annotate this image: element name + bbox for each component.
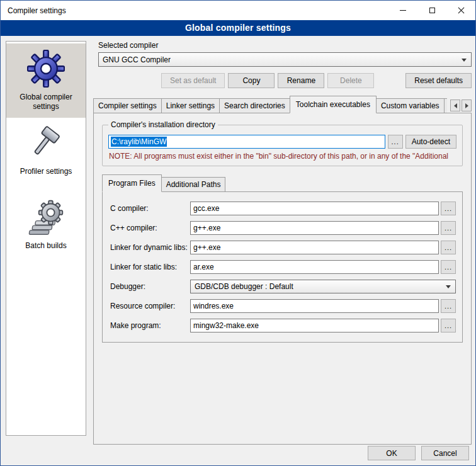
tab-linker-settings[interactable]: Linker settings (161, 98, 220, 113)
debugger-dropdown[interactable]: GDB/CDB debugger : Default (190, 280, 456, 293)
toolchain-executables-panel: Compiler's installation directory C:\ray… (93, 113, 472, 445)
resource-compiler-browse-button[interactable]: ... (441, 299, 456, 313)
triangle-left-icon (454, 103, 457, 108)
subtabs-row: Program FilesAdditional Paths (102, 174, 463, 192)
sidebar: Global compiler settingsProfiler setting… (6, 41, 86, 436)
titlebar: Compiler settings (1, 1, 475, 20)
main-panel: Selected compiler GNU GCC Compiler Set a… (93, 40, 472, 445)
tabs-row: Compiler settingsLinker settingsSearch d… (93, 96, 472, 113)
cpp-compiler-browse-button[interactable]: ... (441, 221, 456, 235)
c-compiler-browse-button[interactable]: ... (441, 202, 456, 215)
selected-compiler-dropdown[interactable]: GNU GCC Compiler (98, 52, 472, 67)
delete-button[interactable]: Delete (327, 73, 374, 88)
cancel-button[interactable]: Cancel (421, 446, 469, 460)
maximize-button[interactable] (417, 1, 446, 20)
auto-detect-button[interactable]: Auto-detect (405, 135, 456, 149)
footer: OK Cancel (368, 446, 469, 460)
row-c-compiler: C compiler:... (110, 202, 456, 215)
installation-directory-row: C:\raylib\MinGW ... Auto-detect (108, 135, 456, 149)
linker-for-dynamic-libs-input[interactable] (190, 241, 439, 254)
row-make-program: Make program:... (110, 319, 456, 332)
installation-directory-group-title: Compiler's installation directory (108, 120, 218, 129)
sub-tabs: Program FilesAdditional Paths (102, 174, 463, 192)
debugger-label: Debugger: (110, 282, 190, 291)
linker-for-dynamic-libs-browse-button[interactable]: ... (441, 241, 456, 254)
make-program-browse-button[interactable]: ... (441, 319, 456, 332)
tab-scroll-controls (450, 99, 472, 113)
minimize-button[interactable] (388, 1, 417, 20)
linker-for-static-libs-label: Linker for static libs: (110, 263, 190, 271)
tab-builc[interactable]: Builc (444, 98, 447, 113)
tab-compiler-settings[interactable]: Compiler settings (93, 98, 162, 113)
make-program-label: Make program: (110, 321, 190, 330)
row-linker-for-dynamic-libs: Linker for dynamic libs:... (110, 241, 456, 254)
blue-gear-icon (26, 49, 65, 88)
installation-directory-input[interactable]: C:\raylib\MinGW (108, 135, 385, 149)
linker-for-static-libs-input[interactable] (190, 260, 439, 274)
make-program-input[interactable] (190, 319, 439, 332)
resource-compiler-input[interactable] (190, 299, 439, 313)
sidebar-item-batch-builds[interactable]: Batch builds (6, 192, 86, 266)
installation-directory-group: Compiler's installation directory C:\ray… (102, 125, 463, 166)
rename-button[interactable]: Rename (278, 73, 324, 88)
copy-button[interactable]: Copy (228, 73, 275, 88)
resource-compiler-label: Resource compiler: (110, 302, 190, 310)
reset-defaults-button[interactable]: Reset defaults (405, 73, 472, 88)
row-cpp-compiler: C++ compiler:... (110, 221, 456, 235)
cpp-compiler-input[interactable] (190, 221, 439, 235)
row-resource-compiler: Resource compiler:... (110, 299, 456, 313)
sidebar-item-label: Batch builds (25, 241, 66, 251)
subtab-program-files[interactable]: Program Files (102, 174, 162, 192)
sidebar-item-profiler-settings[interactable]: Profiler settings (6, 118, 86, 192)
program-files-panel: C compiler:...C++ compiler:...Linker for… (102, 191, 463, 343)
set-as-default-button[interactable]: Set as default (161, 73, 225, 88)
dialog-header: Global compiler settings (1, 20, 475, 36)
chevron-down-icon (446, 285, 451, 288)
linker-for-static-libs-browse-button[interactable]: ... (441, 260, 456, 274)
close-button[interactable] (446, 1, 475, 20)
compiler-settings-window: Compiler settings Global compiler settin… (0, 0, 476, 466)
installation-directory-browse-button[interactable]: ... (388, 135, 403, 149)
gray-gear-icon (26, 198, 65, 237)
tab-scroll-left-button[interactable] (450, 99, 460, 111)
tab-toolchain-executables[interactable]: Toolchain executables (290, 96, 377, 113)
linker-for-dynamic-libs-label: Linker for dynamic libs: (110, 243, 190, 252)
hammer-icon (26, 123, 65, 162)
ok-button[interactable]: OK (368, 446, 416, 460)
chevron-down-icon (462, 59, 467, 62)
compiler-actions: Set as defaultCopyRenameDeleteReset defa… (93, 73, 472, 88)
tab-scroll-right-button[interactable] (462, 99, 472, 111)
selected-compiler-value: GNU GCC Compiler (103, 55, 171, 64)
triangle-right-icon (465, 103, 468, 108)
sidebar-item-label: Profiler settings (20, 167, 72, 176)
sidebar-item-label: Global compiler settings (8, 93, 84, 111)
main-tabs: Compiler settingsLinker settingsSearch d… (93, 96, 447, 113)
maximize-icon (429, 8, 435, 13)
row-debugger: Debugger:GDB/CDB debugger : Default (110, 280, 456, 293)
close-icon (458, 7, 465, 14)
tab-custom-variables[interactable]: Custom variables (376, 98, 445, 113)
c-compiler-input[interactable] (190, 202, 439, 215)
window-controls (388, 1, 475, 20)
debugger-value: GDB/CDB debugger : Default (195, 282, 293, 291)
installation-note: NOTE: All programs must exist either in … (109, 152, 456, 161)
minimize-icon (400, 10, 406, 11)
subtab-additional-paths[interactable]: Additional Paths (161, 177, 226, 192)
tab-search-directories[interactable]: Search directories (219, 98, 290, 113)
cpp-compiler-label: C++ compiler: (110, 224, 190, 232)
installation-directory-value: C:\raylib\MinGW (111, 137, 167, 147)
row-linker-for-static-libs: Linker for static libs:... (110, 260, 456, 274)
selected-compiler-label: Selected compiler (98, 41, 472, 50)
sidebar-item-global-compiler-settings[interactable]: Global compiler settings (6, 43, 86, 118)
c-compiler-label: C compiler: (110, 204, 190, 213)
window-title: Compiler settings (1, 1, 388, 20)
